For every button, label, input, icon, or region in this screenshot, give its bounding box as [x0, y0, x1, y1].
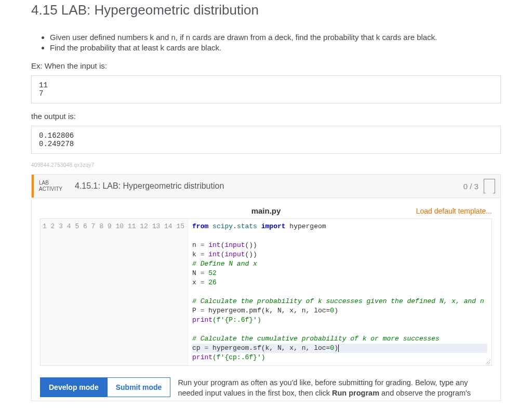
instruction-text: Run your program as often as you'd like,… [178, 377, 492, 399]
lab-activity-tag: LAB ACTIVITY [32, 175, 69, 198]
instr-post: and observe the program's [379, 389, 471, 397]
activity-number: 4.15.1: [75, 181, 100, 191]
score-text: 0 / 3 [463, 182, 478, 191]
section-heading: LAB: Hypergeometric distribution [61, 2, 259, 18]
bullet-item: Find the probability that at least k car… [50, 43, 501, 52]
example-output-label: the output is: [31, 112, 501, 121]
mode-buttons: Develop mode Submit mode [40, 377, 170, 397]
activity-header: LAB ACTIVITY 4.15.1: LAB: Hypergeometric… [32, 175, 500, 198]
editor-area: main.py Load default template... 1 2 3 4… [32, 198, 500, 370]
section-title: 4.15 LAB: Hypergeometric distribution [31, 0, 501, 18]
bottom-bar: Develop mode Submit mode Run your progra… [32, 370, 500, 401]
example-input-label: Ex: When the input is: [31, 61, 501, 70]
problem-bullets: Given user defined numbers k and n, if n… [31, 33, 501, 52]
filename-tab[interactable]: main.py [251, 206, 281, 215]
activity-name: LAB: Hypergeometric distribution [102, 181, 224, 191]
submit-mode-button[interactable]: Submit mode [108, 377, 171, 397]
tag-lab: LAB [39, 180, 62, 186]
editor-tabs: main.py Load default template... [40, 206, 492, 215]
id-stamp: 409844.2753048.qx3zqy7 [31, 162, 501, 168]
ribbon-icon [484, 179, 495, 193]
code-body[interactable]: from scipy.stats import hypergeom n = in… [188, 219, 491, 365]
load-default-link[interactable]: Load default template... [281, 207, 492, 215]
activity-title: 4.15.1: LAB: Hypergeometric distribution [69, 175, 458, 198]
example-input-box: 11 7 [31, 75, 501, 103]
section-number: 4.15 [31, 2, 58, 18]
line-gutter: 1 2 3 4 5 6 7 8 9 10 11 12 13 14 15 [41, 219, 188, 365]
bullet-item: Given user defined numbers k and n, if n… [50, 33, 501, 42]
example-output-box: 0.162806 0.249278 [31, 126, 501, 154]
lab-activity-box: LAB ACTIVITY 4.15.1: LAB: Hypergeometric… [31, 174, 501, 401]
code-editor[interactable]: 1 2 3 4 5 6 7 8 9 10 11 12 13 14 15 from… [40, 218, 492, 366]
resize-grip-icon[interactable] [485, 359, 490, 364]
develop-mode-button[interactable]: Develop mode [40, 377, 108, 397]
instr-bold: Run program [332, 389, 379, 397]
score-area: 0 / 3 [458, 175, 500, 198]
tag-activity: ACTIVITY [39, 186, 62, 192]
